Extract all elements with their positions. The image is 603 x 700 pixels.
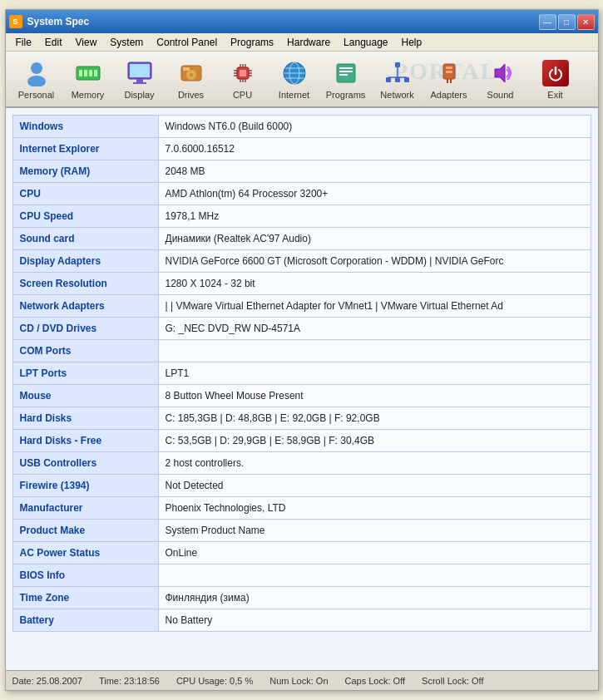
table-row: Memory (RAM)2048 MB: [12, 160, 591, 183]
personal-icon: [22, 58, 52, 88]
row-value: NVIDIA GeForce 6600 GT (Microsoft Corpor…: [158, 250, 591, 273]
table-row: LPT PortsLPT1: [12, 362, 591, 385]
svg-rect-37: [339, 74, 348, 76]
row-label: CD / DVD Drives: [12, 318, 158, 340]
cpu-icon: [228, 58, 258, 88]
status-numlock: Num Lock: On: [269, 676, 328, 686]
row-value: 8 Button Wheel Mouse Present: [158, 385, 591, 407]
minimize-button[interactable]: —: [539, 14, 556, 30]
svg-rect-34: [337, 64, 355, 82]
row-value: [158, 340, 591, 362]
title-bar: S System Spec — □ ✕: [6, 10, 598, 33]
content-area: WindowsWindows NT6.0 (Build 6000)Interne…: [6, 108, 598, 670]
svg-rect-45: [446, 67, 452, 69]
toolbar-btn-programs[interactable]: Programs: [322, 55, 370, 103]
exit-icon: [541, 58, 571, 88]
menu-language[interactable]: Language: [337, 35, 394, 50]
row-label: Manufacturer: [12, 497, 158, 520]
svg-marker-49: [495, 64, 505, 82]
toolbar-label-display: Display: [124, 90, 154, 100]
status-time: Time: 23:18:56: [99, 676, 160, 686]
main-pane[interactable]: WindowsWindows NT6.0 (Build 6000)Interne…: [6, 108, 598, 670]
row-label: Battery: [12, 609, 158, 632]
row-label: AC Power Status: [12, 542, 158, 564]
row-label: CPU: [12, 183, 158, 205]
table-row: CPUAMD Athlon(tm) 64 Processor 3200+: [12, 183, 591, 205]
toolbar-btn-memory[interactable]: Memory: [64, 55, 112, 103]
row-label: Product Make: [12, 520, 158, 542]
table-row: Screen Resolution1280 X 1024 - 32 bit: [12, 273, 591, 295]
row-label: Hard Disks - Free: [12, 430, 158, 452]
toolbar-btn-network[interactable]: Network: [373, 55, 422, 103]
row-value: LPT1: [158, 362, 591, 385]
svg-rect-48: [450, 79, 452, 83]
table-row: Display AdaptersNVIDIA GeForce 6600 GT (…: [12, 250, 591, 273]
menu-help[interactable]: Help: [395, 35, 429, 50]
toolbar-btn-exit[interactable]: Exit: [531, 55, 580, 103]
row-label: BIOS Info: [12, 564, 158, 587]
menu-view[interactable]: View: [69, 35, 104, 50]
toolbar-label-memory: Memory: [72, 90, 105, 100]
svg-rect-4: [84, 70, 87, 76]
row-value: System Product Name: [158, 520, 591, 542]
table-row: Network Adapters| | VMware Virtual Ether…: [12, 295, 591, 318]
svg-rect-36: [339, 71, 353, 72]
svg-rect-10: [133, 82, 146, 84]
app-icon: S: [9, 15, 22, 28]
svg-rect-35: [339, 67, 353, 69]
table-row: Product MakeSystem Product Name: [12, 520, 591, 542]
row-value: 2 host controllers.: [158, 452, 591, 475]
toolbar-btn-internet[interactable]: Internet: [270, 55, 319, 103]
main-window: S System Spec — □ ✕ File Edit View Syste…: [5, 9, 599, 691]
menu-edit[interactable]: Edit: [38, 35, 69, 50]
row-value: [158, 564, 591, 587]
internet-icon: [279, 58, 309, 88]
svg-rect-41: [404, 77, 409, 82]
maximize-button[interactable]: □: [558, 14, 576, 30]
toolbar-label-drives: Drives: [178, 90, 204, 100]
status-scrolllock: Scroll Lock: Off: [422, 676, 483, 686]
table-row: USB Controllers2 host controllers.: [12, 452, 591, 475]
table-row: ManufacturerPhoenix Technologies, LTD: [12, 497, 591, 520]
close-button[interactable]: ✕: [577, 14, 595, 30]
menu-file[interactable]: File: [9, 35, 38, 50]
table-row: COM Ports: [12, 340, 591, 362]
menu-system[interactable]: System: [103, 35, 150, 50]
toolbar-btn-display[interactable]: Display: [116, 55, 164, 103]
menu-control-panel[interactable]: Control Panel: [150, 35, 224, 50]
row-value: C: 53,5GB | D: 29,9GB | E: 58,9GB | F: 3…: [158, 430, 591, 452]
display-icon: [125, 58, 155, 88]
svg-rect-9: [136, 79, 143, 82]
row-value: 1978,1 MHz: [158, 205, 591, 228]
table-row: WindowsWindows NT6.0 (Build 6000): [12, 116, 591, 138]
toolbar-btn-drives[interactable]: Drives: [167, 55, 215, 103]
table-row: CD / DVD DrivesG: _NEC DVD_RW ND-4571A: [12, 318, 591, 340]
svg-rect-6: [94, 70, 97, 76]
toolbar-label-network: Network: [380, 90, 413, 100]
toolbar-btn-sound[interactable]: Sound: [477, 55, 525, 103]
row-label: Firewire (1394): [12, 475, 158, 497]
menu-programs[interactable]: Programs: [224, 35, 280, 50]
svg-rect-16: [240, 70, 246, 76]
row-label: USB Controllers: [12, 452, 158, 475]
row-label: Memory (RAM): [12, 160, 158, 183]
row-value: OnLine: [158, 542, 591, 564]
row-label: Hard Disks: [12, 407, 158, 430]
toolbar-btn-adapters[interactable]: Adapters: [425, 55, 473, 103]
row-value: AMD Athlon(tm) 64 Processor 3200+: [158, 183, 591, 205]
svg-rect-39: [386, 77, 391, 82]
toolbar-btn-personal[interactable]: Personal: [12, 55, 61, 103]
toolbar-btn-cpu[interactable]: CPU: [219, 55, 267, 103]
toolbar-label-programs: Programs: [326, 90, 366, 100]
row-label: Sound card: [12, 228, 158, 250]
window-title: System Spec: [27, 16, 539, 27]
toolbar-label-cpu: CPU: [233, 90, 252, 100]
table-row: Firewire (1394)Not Detected: [12, 475, 591, 497]
row-label: Screen Resolution: [12, 273, 158, 295]
menu-hardware[interactable]: Hardware: [280, 35, 337, 50]
svg-rect-46: [446, 71, 452, 73]
row-value: 7.0.6000.16512: [158, 138, 591, 160]
programs-icon: [331, 58, 361, 88]
status-bar: Date: 25.08.2007 Time: 23:18:56 CPU Usag…: [6, 670, 598, 690]
row-value: C: 185,3GB | D: 48,8GB | E: 92,0GB | F: …: [158, 407, 591, 430]
